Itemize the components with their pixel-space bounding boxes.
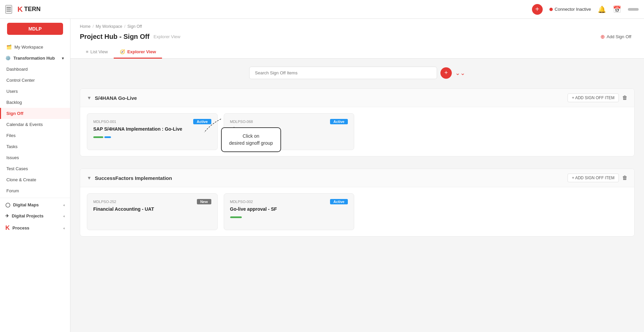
- card-2-id: MDLPSO-068: [230, 120, 253, 124]
- sidebar-item-label: Files: [6, 133, 15, 138]
- sidebar-process[interactable]: K Process ‹: [0, 221, 70, 235]
- calendar-button[interactable]: 📅: [613, 5, 621, 13]
- list-icon: ≡: [86, 49, 89, 54]
- chevron-down-icon: ▼: [61, 56, 65, 60]
- card-1-progress: [93, 136, 211, 138]
- tab-list-view-label: List View: [91, 49, 108, 54]
- sidebar-transformation-hub[interactable]: ⚙️ Transformation Hub ▼: [0, 53, 70, 64]
- delete-group-1-button[interactable]: 🗑: [622, 95, 628, 101]
- sidebar-sub-menu: Dashboard Control Center Users Backlog S…: [0, 64, 70, 196]
- signoff-group-1-header: ▼ S/4HANA Go-Live + ADD SIGN OFF ITEM 🗑: [80, 89, 634, 107]
- layout: MDLP 🗂️ My Workspace ⚙️ Transformation H…: [0, 19, 644, 332]
- sidebar-item-dashboard[interactable]: Dashboard: [0, 64, 70, 75]
- card-2-header: MDLPSO-068 Active: [230, 119, 348, 124]
- tooltip-callout: Click on desired signoff group: [221, 127, 281, 152]
- workspace-icon: 🗂️: [6, 45, 12, 50]
- signoff-card-1[interactable]: MDLPSO-001 Active SAP S/4HANA Implementa…: [87, 113, 218, 150]
- add-signoff-item-button-2[interactable]: + ADD SIGN OFF ITEM: [568, 174, 619, 182]
- sidebar-item-tasks[interactable]: Tasks: [0, 141, 70, 152]
- logo-k-icon: K: [17, 5, 23, 14]
- tooltip-line2: desired signoff group: [229, 140, 273, 146]
- chevron-left-icon-2: ‹: [63, 214, 65, 218]
- sidebar-item-sign-off[interactable]: Sign Off: [0, 108, 70, 119]
- card-4-id: MDLPSO-002: [230, 200, 253, 204]
- tabs: ≡ List View 🧭 Explorer View: [80, 46, 635, 58]
- group-2-title: SuccessFactors Implementation: [95, 175, 172, 181]
- card-4-title: Go-live approval - SF: [230, 206, 348, 212]
- sidebar-item-issues[interactable]: Issues: [0, 152, 70, 163]
- signoff-group-1: ▼ S/4HANA Go-Live + ADD SIGN OFF ITEM 🗑 …: [80, 88, 635, 156]
- sidebar-item-test-cases[interactable]: Test Cases: [0, 163, 70, 174]
- sidebar-item-label: Control Center: [6, 78, 35, 83]
- logo-tern-text: TERN: [24, 6, 41, 13]
- signoff-group-2: ▼ SuccessFactors Implementation + ADD SI…: [80, 169, 635, 237]
- process-icon: K: [5, 224, 10, 231]
- add-item-label-1: + ADD SIGN OFF ITEM: [572, 95, 614, 100]
- sidebar-item-label: Clone & Create: [6, 177, 36, 182]
- group-collapse-icon[interactable]: ▼: [87, 95, 92, 101]
- add-sign-off-button[interactable]: ⊕ Add Sign Off: [597, 31, 635, 42]
- sidebar-item-label: Issues: [6, 155, 19, 160]
- sidebar-item-calendar-events[interactable]: Calendar & Events: [0, 119, 70, 130]
- sidebar-item-users[interactable]: Users: [0, 86, 70, 97]
- sidebar-digital-projects[interactable]: ✈ Digital Projects ‹: [0, 210, 70, 221]
- tab-explorer-view[interactable]: 🧭 Explorer View: [114, 46, 162, 59]
- connector-dot-icon: [549, 8, 553, 11]
- card-1-header: MDLPSO-001 Active: [93, 119, 211, 124]
- breadcrumb-my-workspace[interactable]: My Workspace: [96, 24, 122, 29]
- add-sign-off-label: Add Sign Off: [607, 34, 631, 39]
- search-input-wrap: [249, 67, 437, 79]
- signoff-group-2-header: ▼ SuccessFactors Implementation + ADD SI…: [80, 169, 634, 187]
- group-1-title: S/4HANA Go-Live: [95, 95, 137, 101]
- tab-list-view[interactable]: ≡ List View: [80, 46, 114, 59]
- sidebar-item-clone-create[interactable]: Clone & Create: [0, 174, 70, 185]
- add-circle-icon: ⊕: [600, 34, 605, 40]
- sidebar-item-label: Dashboard: [6, 67, 28, 72]
- card-4-progress: [230, 216, 348, 218]
- sidebar-item-backlog[interactable]: Backlog: [0, 97, 70, 108]
- tab-explorer-view-label: Explorer View: [127, 49, 156, 54]
- digital-maps-icon: ◯: [5, 202, 10, 207]
- sidebar-item-label: Tasks: [6, 144, 17, 149]
- group-1-cards: MDLPSO-001 Active SAP S/4HANA Implementa…: [80, 107, 634, 156]
- signoff-card-4[interactable]: MDLPSO-002 Active Go-live approval - SF: [224, 193, 355, 230]
- sidebar-item-label: Sign Off: [6, 111, 23, 116]
- add-signoff-item-button-1[interactable]: + ADD SIGN OFF ITEM: [568, 93, 619, 102]
- search-row: + ⌄⌄: [80, 67, 635, 79]
- add-item-label-2: + ADD SIGN OFF ITEM: [572, 176, 614, 180]
- sidebar-item-control-center[interactable]: Control Center: [0, 75, 70, 86]
- menu-toggle[interactable]: ☰: [5, 5, 12, 14]
- card-3-badge: New: [197, 199, 211, 204]
- user-avatar[interactable]: [628, 8, 639, 11]
- filter-button[interactable]: ⌄⌄: [455, 69, 465, 77]
- signoff-card-3[interactable]: MDLPSO-252 New Financial Accounting - UA…: [87, 193, 218, 230]
- sidebar-item-files[interactable]: Files: [0, 130, 70, 141]
- group-2-collapse-icon[interactable]: ▼: [87, 175, 92, 181]
- search-input[interactable]: [249, 67, 437, 79]
- card-4-badge: Active: [330, 199, 348, 204]
- breadcrumb-sep-2: /: [124, 24, 125, 29]
- breadcrumb-home[interactable]: Home: [80, 24, 91, 29]
- sidebar-item-label: Backlog: [6, 100, 22, 105]
- card-3-title: Financial Accounting - UAT: [93, 206, 211, 212]
- page-title: Project Hub - Sign Off: [80, 33, 150, 41]
- sidebar-item-forum[interactable]: Forum: [0, 185, 70, 196]
- delete-group-2-button[interactable]: 🗑: [622, 175, 628, 181]
- sidebar-process-label: Process: [12, 225, 30, 230]
- sidebar-item-my-workspace[interactable]: 🗂️ My Workspace: [0, 42, 70, 53]
- project-button[interactable]: MDLP: [7, 23, 63, 35]
- sidebar-digital-maps[interactable]: ◯ Digital Maps ‹: [0, 199, 70, 210]
- logo: KTERN: [17, 5, 41, 14]
- explorer-content: + ⌄⌄ ▼ S/4HANA Go-Live + ADD SIGN OFF IT…: [70, 59, 644, 257]
- search-add-button[interactable]: +: [440, 67, 452, 79]
- main-content: Home / My Workspace / Sign Off Project H…: [70, 19, 644, 332]
- page-title-row: Project Hub - Sign Off Explorer View ⊕ A…: [80, 31, 635, 42]
- tooltip-line1: Click on: [243, 133, 259, 139]
- progress-green-4: [230, 216, 242, 218]
- notifications-button[interactable]: 🔔: [598, 5, 606, 13]
- progress-green: [93, 136, 103, 138]
- breadcrumb-sep-1: /: [93, 24, 94, 29]
- top-header: ☰ KTERN + Connector Inactive 🔔 📅: [0, 0, 644, 19]
- global-add-button[interactable]: +: [532, 4, 543, 15]
- breadcrumb-sign-off: Sign Off: [127, 24, 142, 29]
